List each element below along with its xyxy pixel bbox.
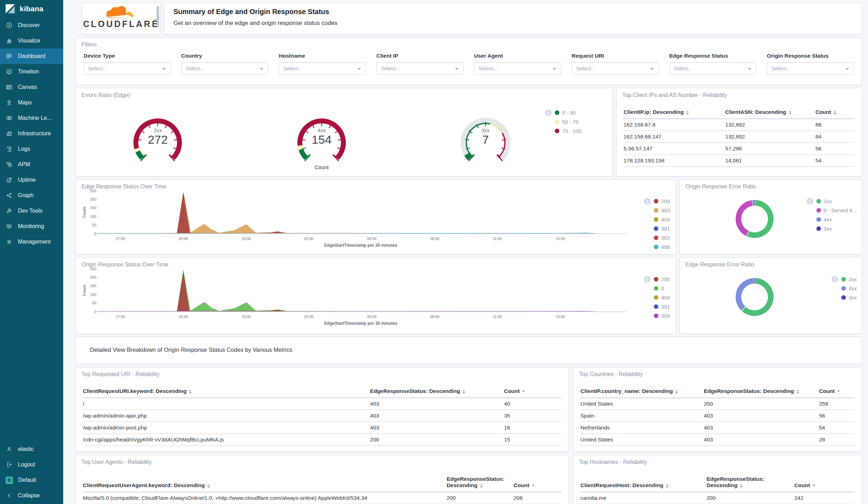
origin-error-donut[interactable] (728, 194, 781, 248)
column-header-count[interactable]: Count (504, 386, 561, 398)
column-header-clientasn-descending[interactable]: ClientASN: Descending (725, 107, 816, 119)
sidebar-item-default[interactable]: DDefault (0, 472, 63, 488)
svg-text:150: 150 (90, 284, 96, 288)
sidebar-item-label: Timelion (18, 69, 39, 75)
legend-label: 200 (661, 276, 670, 282)
sidebar-item-timelion[interactable]: Timelion (0, 64, 63, 79)
legend-item-0-served-fr[interactable]: 0 - Served fr... (807, 206, 857, 215)
column-header-count[interactable]: Count (514, 474, 561, 492)
legend-item-3xx[interactable]: 3xx (831, 293, 857, 302)
column-header-edgeresponsestatus-descending[interactable]: EdgeResponseStatus: Descending (704, 386, 819, 398)
legend-item-0[interactable]: 0 (644, 284, 670, 293)
legend-color-dot (654, 286, 658, 291)
legend-item-2xx[interactable]: ❯2xx (831, 274, 857, 284)
edge-status-chart[interactable]: 050100150200250Count17:0020:0023:0002:00… (81, 189, 630, 251)
legend-expand-icon[interactable]: ❯ (644, 276, 651, 283)
sidebar-item-label: Monitoring (18, 223, 44, 230)
legend-expand-icon[interactable]: ❯ (807, 198, 813, 205)
column-label: Count (815, 109, 831, 115)
legend-item-4xx[interactable]: 4xx (807, 215, 857, 224)
filter-select-country[interactable]: Select... (181, 62, 268, 75)
legend-color-dot (841, 277, 846, 282)
column-header-clientip-ip-descending[interactable]: ClientIP.ip: Descending (624, 107, 725, 119)
column-header-count[interactable]: Count (794, 474, 855, 492)
filter-select-origin-response-status[interactable]: Select... (767, 62, 854, 75)
sidebar-item-canvas[interactable]: Canvas (0, 79, 63, 95)
table-cell: camilia.me (580, 492, 706, 504)
column-header-edgeresponsestatus-descending[interactable]: EdgeResponseStatus: Descending (706, 474, 794, 492)
sidebar-item-maps[interactable]: Maps (0, 95, 63, 110)
legend-item-301[interactable]: 301 (644, 302, 670, 311)
panel-scrollbar[interactable] (157, 6, 159, 27)
uri-countries-row: Top Requested URI - Reliability ClientRe… (75, 367, 862, 452)
filter-select-client-ip[interactable]: Select... (376, 62, 463, 75)
legend-expand-icon[interactable]: ❯ (644, 198, 651, 205)
filter-select-edge-response-status[interactable]: Select... (669, 62, 756, 75)
sidebar-item-apm[interactable]: APM (0, 157, 63, 172)
sidebar-item-monitoring[interactable]: Monitoring (0, 219, 63, 234)
column-header-clientrequestuseragent-keyword-descending[interactable]: ClientRequestUserAgent.keyword: Descendi… (83, 474, 447, 492)
edge-error-donut[interactable] (728, 272, 781, 326)
table-cell: 54 (815, 155, 855, 167)
gauge-3xx[interactable]: 3xx7 (452, 109, 519, 165)
column-header-count[interactable]: Count (815, 107, 855, 119)
column-header-count[interactable]: Count (819, 386, 855, 398)
legend-item-301[interactable]: 301 (644, 224, 670, 233)
legend-item-304[interactable]: 304 (644, 311, 670, 320)
sidebar-item-logout[interactable]: Logout (0, 457, 63, 472)
legend-expand-icon[interactable]: ❯ (545, 109, 552, 116)
legend-item-200[interactable]: ❯200 (644, 196, 670, 206)
legend-color-dot (555, 110, 559, 115)
legend-item-403[interactable]: 403 (644, 206, 670, 215)
svg-text:100: 100 (90, 214, 96, 219)
gauge-4xx[interactable]: 4xx154 (288, 109, 355, 165)
sidebar-item-discover[interactable]: Discover (0, 18, 63, 33)
sidebar-item-machine-le[interactable]: Machine Le... (0, 110, 63, 126)
legend-item-50-75[interactable]: 50 - 75 (545, 117, 581, 126)
sidebar-item-visualize[interactable]: Visualize (0, 33, 63, 49)
kibana-home-link[interactable]: kibana (0, 0, 63, 18)
origin-status-chart[interactable]: 050100150200250Count17:0020:0023:0002:00… (81, 267, 630, 329)
legend-item-2xx[interactable]: ❯2xx (807, 196, 857, 206)
sidebar-item-collapse[interactable]: Collapse (0, 488, 63, 503)
svg-text:05:00: 05:00 (367, 237, 376, 241)
table-cell: 84 (815, 131, 855, 143)
sidebar-item-elastic[interactable]: elastic (0, 441, 63, 457)
monitoring-icon (6, 223, 13, 230)
chevron-down-icon (748, 66, 752, 71)
column-header-edgeresponsestatus-descending[interactable]: EdgeResponseStatus: Descending (447, 474, 514, 492)
legend-item-404[interactable]: 404 (644, 215, 670, 224)
column-header-edgeresponsestatus-descending[interactable]: EdgeResponseStatus: Descending (370, 386, 504, 398)
legend-item-200[interactable]: ❯200 (644, 274, 670, 284)
svg-text:0: 0 (94, 310, 96, 314)
sidebar-item-logs[interactable]: Logs (0, 141, 63, 157)
sidebar-item-management[interactable]: Management (0, 234, 63, 250)
table-cell: 403 (704, 422, 819, 434)
filter-select-user-agent[interactable]: Select... (474, 62, 561, 75)
sidebar-item-graph[interactable]: Graph (0, 188, 63, 203)
legend-item-0-50[interactable]: ❯0 - 50 (545, 108, 581, 117)
legend-expand-icon[interactable]: ❯ (831, 276, 838, 283)
svg-text:150: 150 (90, 206, 96, 210)
legend-item-404[interactable]: 404 (644, 293, 670, 302)
legend-item-499[interactable]: 499 (644, 242, 670, 251)
sidebar-item-dev-tools[interactable]: Dev Tools (0, 203, 63, 219)
sidebar-item-uptime[interactable]: Uptime (0, 172, 63, 188)
column-header-clientrequesthost-descending[interactable]: ClientRequestHost: Descending (580, 474, 706, 492)
filter-select-request-uri[interactable]: Select... (572, 62, 659, 75)
legend-item-3xx[interactable]: 3xx (807, 224, 857, 233)
gauge-2xx[interactable]: 2xx272 (124, 109, 191, 165)
filter-select-device-type[interactable]: Select... (84, 62, 171, 75)
cloudflare-logo: CLOUDFLARE ® (82, 3, 160, 34)
column-header-clientip-country-name-descending[interactable]: ClientIP.country_name: Descending (580, 386, 704, 398)
sidebar-footer: elasticLogoutDDefaultCollapse (0, 441, 63, 504)
legend-item-75-100[interactable]: 75 - 100 (545, 126, 581, 135)
legend-item-4xx[interactable]: 4xx (831, 284, 857, 293)
sidebar-item-infrastructure[interactable]: Infrastructure (0, 126, 63, 141)
errors-ratio-title: Errors Ratio (Edge) (81, 92, 612, 98)
legend-item-302[interactable]: 302 (644, 233, 670, 242)
filter-select-hostname[interactable]: Select... (279, 62, 366, 75)
svg-text:05:00: 05:00 (367, 315, 376, 319)
column-header-clientrequesturi-keyword-descending[interactable]: ClientRequestURI.keyword: Descending (83, 386, 370, 398)
sidebar-item-dashboard[interactable]: Dashboard (0, 49, 63, 64)
